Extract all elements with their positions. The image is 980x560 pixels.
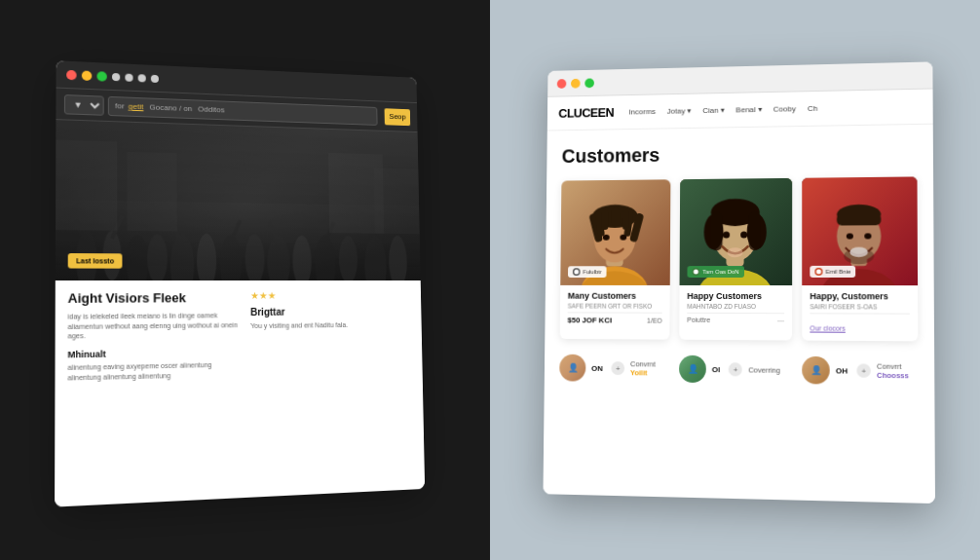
- plus-badge-2: +: [729, 362, 742, 376]
- list-info-2: Coverring: [748, 364, 792, 374]
- card-info-1: Many Customers SAFE PEERN GRT OR FISKO $…: [559, 284, 669, 330]
- card-divider-1: [567, 312, 661, 313]
- card-label-2: Tam Oas DoN: [687, 266, 743, 278]
- list-label-on1: ON: [591, 363, 603, 372]
- card-status-2: Poiuttre: [687, 316, 710, 322]
- nav-dot4: [150, 74, 158, 82]
- card-price-1: $50 JOF KCI: [567, 316, 612, 324]
- avatar-3: 👤: [802, 355, 830, 384]
- stars-badge: ★★★: [250, 289, 410, 300]
- avatar-1: 👤: [559, 354, 585, 381]
- nav-dot2: [125, 73, 132, 81]
- main-heading: Aight Visiors Fleek: [67, 290, 241, 308]
- nav-dropdown1[interactable]: ▼: [63, 93, 103, 115]
- card-icon-3: [814, 267, 822, 275]
- customer-card-3: Emil Bnie Happy, Customers SAIRI FOSEER …: [802, 176, 918, 341]
- left-browser-window: ▼ for getit Gocano / on Odditos Seop: [55, 60, 425, 506]
- plus-badge-3: +: [856, 363, 870, 377]
- svg-point-41: [574, 269, 579, 274]
- search-filter4: Odditos: [198, 104, 224, 114]
- search-button[interactable]: Seop: [384, 107, 409, 125]
- right-close-dot: [556, 78, 566, 88]
- nav-link-benal[interactable]: Benal ▾: [735, 105, 761, 114]
- search-placeholder: for: [115, 101, 125, 110]
- svg-rect-36: [622, 209, 628, 229]
- nav-link-jotay[interactable]: Jotay ▾: [666, 106, 691, 115]
- right-heading: Brigttar: [250, 306, 410, 317]
- svg-rect-60: [836, 212, 880, 225]
- star-rating: ★★★: [250, 289, 277, 300]
- card-info-3: Happy, Customers SAIRI FOSEER S-OAS Our …: [802, 285, 918, 341]
- nav-dot1: [111, 72, 119, 80]
- svg-point-65: [815, 269, 820, 274]
- svg-rect-23: [127, 151, 176, 231]
- customer-card-1: Fululbtr Many Customers SAFE PEERN GRT O…: [559, 179, 670, 339]
- svg-rect-22: [56, 139, 117, 230]
- card-name-3: Happy, Customers: [810, 291, 910, 301]
- plus-badge-1: +: [611, 361, 624, 375]
- list-label-2: Coverring: [748, 364, 792, 374]
- right-browser-window: CLUCEEN Incorms Jotay ▾ Cian ▾ Benal ▾ C…: [543, 61, 935, 504]
- customers-list: 👤 ON + Convrnt Yoilit 👤 Ol +: [559, 354, 918, 385]
- svg-rect-35: [601, 210, 608, 230]
- customers-grid: Fululbtr Many Customers SAFE PEERN GRT O…: [559, 176, 918, 341]
- customer-photo-1: Fululbtr: [560, 179, 670, 285]
- nav-links: Incorms Jotay ▾ Cian ▾ Benal ▾ Cooby Ch: [628, 103, 817, 116]
- card-label-text-2: Tam Oas DoN: [702, 269, 738, 275]
- list-info-3: Convrrt Choosss: [876, 361, 918, 380]
- right-minimize-dot: [571, 78, 581, 88]
- card-info-2: Happy Customers MAHNTABO ZD FUASO Poiutt…: [679, 284, 792, 328]
- left-panel: ▼ for getit Gocano / on Odditos Seop: [0, 0, 490, 560]
- card-label-1: Fululbtr: [567, 266, 606, 278]
- list-link-1[interactable]: Yoilit: [629, 368, 668, 377]
- nav-link-incorms[interactable]: Incorms: [628, 107, 656, 116]
- search-filter3: Gocano / on: [149, 102, 192, 113]
- list-label-3: Convrrt: [876, 361, 918, 371]
- right-panel: CLUCEEN Incorms Jotay ▾ Cian ▾ Benal ▾ C…: [490, 0, 980, 560]
- svg-rect-50: [748, 210, 760, 249]
- card-icon-1: [572, 268, 580, 276]
- card-divider-2: [687, 312, 784, 313]
- svg-rect-49: [710, 211, 722, 250]
- close-dot: [66, 69, 77, 80]
- card-label-text-3: Emil Bnie: [825, 268, 850, 274]
- right-expand-dot: [584, 77, 594, 87]
- customer-card-2: Tam Oas DoN Happy Customers MAHNTABO ZD …: [679, 177, 792, 340]
- svg-point-54: [693, 269, 697, 274]
- page-title: Customers: [561, 140, 917, 168]
- secondary-heading: Mhinualt: [67, 347, 241, 359]
- card-label-3: Emil Bnie: [810, 265, 855, 277]
- avatar-2: 👤: [679, 355, 706, 382]
- card-link-2: —: [776, 317, 783, 323]
- left-browser-content: Last lossto Aight Visiors Fleek iday is …: [55, 120, 425, 506]
- avatar-initials-2: 👤: [679, 355, 706, 382]
- right-subtext: You y visiting and ent Naditu fala.: [250, 319, 410, 330]
- search-bar: for getit Gocano / on Odditos: [107, 95, 377, 125]
- main-text-block: Aight Visiors Fleek iday is ielekeled il…: [67, 290, 242, 383]
- nav-link-ch[interactable]: Ch: [807, 103, 816, 112]
- list-link-3[interactable]: Choosss: [877, 370, 919, 380]
- card-meta-1: SAFE PEERN GRT OR FISKO: [567, 302, 661, 309]
- search-filter2: getit: [128, 101, 142, 111]
- list-item-1: 👤 ON + Convrnt Yoilit: [559, 354, 669, 382]
- hero-cta-button[interactable]: Last lossto: [67, 253, 122, 269]
- brand-logo: CLUCEEN: [558, 105, 614, 121]
- card-divider-3: [810, 313, 910, 314]
- list-label-1: Convrnt: [629, 359, 668, 368]
- expand-dot: [96, 70, 106, 80]
- list-label-on2: Ol: [711, 364, 719, 373]
- customer-photo-3: Emil Bnie: [802, 176, 918, 285]
- customer-photo-2: Tam Oas DoN: [679, 177, 792, 284]
- avatar-initials-1: 👤: [559, 354, 585, 381]
- right-browser-content: Customers: [543, 124, 935, 503]
- card-link-3[interactable]: Our clocors: [810, 324, 845, 331]
- svg-rect-37: [611, 208, 620, 226]
- main-subtext: iday is ielekeled ileek meiano is lin di…: [67, 310, 241, 341]
- nav-link-cian[interactable]: Cian ▾: [702, 105, 724, 114]
- svg-rect-25: [373, 168, 419, 234]
- secondary-text-block: ★★★ Brigttar You y visiting and ent Nadi…: [250, 289, 412, 379]
- card-extra-1: 1/EO: [646, 317, 661, 323]
- nav-link-cooby[interactable]: Cooby: [773, 104, 795, 113]
- list-item-2: 👤 Ol + Coverring: [679, 355, 792, 383]
- card-name-1: Many Customers: [567, 290, 661, 300]
